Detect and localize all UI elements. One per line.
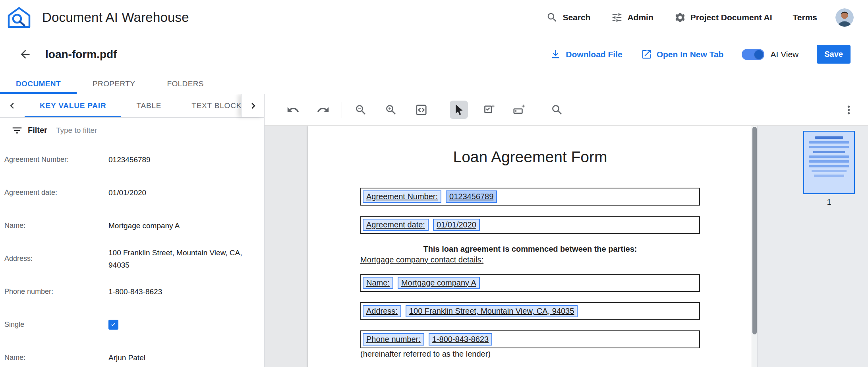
main-tabs: DOCUMENT PROPERTY FOLDERS [0, 74, 868, 94]
zoom-out-button[interactable] [352, 101, 370, 119]
page-thumbnail-panel: 1 [758, 126, 868, 367]
viewer-search-button[interactable] [548, 101, 566, 119]
kv-value: Arjun Patel [108, 351, 256, 364]
gear-icon [674, 12, 686, 23]
avatar-image [835, 8, 854, 27]
bounding-box-button[interactable] [412, 101, 430, 119]
check-icon [109, 320, 118, 329]
entity-value[interactable]: 100 Franklin Street, Mountain View, CA, … [406, 305, 578, 317]
entity-label[interactable]: Agreement Number: [363, 190, 441, 203]
entity-value[interactable]: Mortgage company A [398, 277, 480, 289]
lender-line: (hereinafter referred to as the lender) [360, 350, 700, 359]
kv-key: Phone number: [4, 287, 108, 296]
open-in-new-tab-link[interactable]: Open In New Tab [641, 49, 724, 60]
entity-label[interactable]: Phone number: [363, 333, 424, 346]
select-tool-button[interactable] [450, 101, 468, 119]
back-button[interactable] [16, 45, 34, 64]
nav-project[interactable]: Project Document AI [674, 12, 772, 23]
ai-view-label: AI View [770, 50, 798, 59]
key-value-list: Agreement Number: 0123456789 Agreement d… [0, 143, 264, 367]
form-field-row: Agreement Number: 0123456789 [360, 188, 700, 206]
add-checkbox-tool-button[interactable] [480, 101, 498, 119]
avatar[interactable] [835, 8, 854, 27]
scrollbar-thumb[interactable] [752, 127, 757, 334]
add-text-field-tool-button[interactable] [510, 101, 528, 119]
nav-search[interactable]: Search [546, 12, 590, 23]
save-button[interactable]: Save [817, 45, 851, 64]
app-logo-icon [6, 5, 32, 30]
viewer-body: Loan Agreement Form Agreement Number: 01… [265, 126, 868, 367]
toggle-knob [754, 50, 763, 59]
entity-value[interactable]: 1-800-843-8623 [429, 333, 492, 346]
document-viewer: Loan Agreement Form Agreement Number: 01… [265, 94, 868, 367]
tab-document[interactable]: DOCUMENT [0, 74, 77, 94]
form-field-row: Address: 100 Franklin Street, Mountain V… [360, 302, 700, 320]
kv-key: Name: [4, 221, 108, 230]
open-in-new-tab-label: Open In New Tab [657, 50, 724, 59]
kv-row: Name: Mortgage company A [0, 209, 264, 242]
download-icon [550, 49, 561, 60]
zoom-in-button[interactable] [382, 101, 400, 119]
ai-view-toggle[interactable] [742, 49, 764, 60]
entity-label[interactable]: Agreement date: [363, 219, 429, 231]
document-actions: Download File Open In New Tab AI View Sa… [550, 45, 851, 64]
entity-label[interactable]: Address: [363, 305, 401, 317]
entity-value[interactable]: 0123456789 [446, 190, 497, 203]
search-icon [551, 103, 564, 117]
filter-label: Filter [28, 126, 47, 135]
form-field-row: Agreement date: 01/01/2020 [360, 216, 700, 234]
kv-value: 01/01/2020 [108, 186, 256, 199]
chevron-left-icon [7, 101, 17, 111]
kv-key: Agreement Number: [4, 155, 108, 164]
zoom-out-icon [354, 103, 367, 117]
entity-value[interactable]: 01/01/2020 [433, 219, 480, 231]
contact-heading: Mortgage company contact details: [360, 255, 700, 264]
app-nav: Search Admin Project Document AI Terms [546, 8, 854, 27]
nav-admin[interactable]: Admin [611, 12, 653, 23]
single-checkbox[interactable] [108, 320, 118, 330]
tune-icon [611, 12, 623, 23]
subtabs-scroll-right-button[interactable] [241, 94, 264, 117]
content-area: KEY VALUE PAIR TABLE TEXT BLOCK Filter A… [0, 94, 868, 367]
download-file-link[interactable]: Download File [550, 49, 622, 60]
nav-terms[interactable]: Terms [793, 13, 817, 22]
subtabs-scroll-left-button[interactable] [0, 94, 25, 117]
download-file-label: Download File [566, 50, 622, 59]
more-options-button[interactable] [839, 101, 858, 119]
toolbar-divider [440, 102, 440, 118]
kv-value: 0123456789 [108, 153, 256, 166]
filter-input[interactable] [56, 126, 256, 135]
document-header-bar: loan-form.pdf Download File Open In New … [0, 35, 868, 74]
kv-value: 1-800-843-8623 [108, 285, 256, 298]
subtab-table[interactable]: TABLE [121, 94, 176, 117]
kv-row: Name: Arjun Patel [0, 341, 264, 367]
redo-button[interactable] [314, 101, 332, 119]
extraction-panel: KEY VALUE PAIR TABLE TEXT BLOCK Filter A… [0, 94, 265, 367]
kv-row: Single [0, 308, 264, 341]
kv-row: Agreement Number: 0123456789 [0, 143, 264, 176]
kv-row: Agreement date: 01/01/2020 [0, 176, 264, 209]
kv-key: Single [4, 320, 108, 329]
zoom-in-icon [385, 103, 398, 117]
form-field-row: Name: Mortgage company A [360, 274, 700, 292]
undo-button[interactable] [284, 101, 302, 119]
open-in-new-icon [641, 49, 652, 60]
redo-icon [317, 103, 330, 117]
kv-value: 100 Franklin Street, Mountain View, CA, … [108, 247, 256, 271]
document-filename: loan-form.pdf [45, 48, 117, 61]
kv-key: Agreement date: [4, 188, 108, 197]
parties-line: This loan agreement is commenced between… [360, 245, 700, 254]
entity-label[interactable]: Name: [363, 277, 393, 289]
page-thumbnail-item[interactable]: 1 [803, 131, 855, 207]
viewer-toolbar [265, 94, 868, 126]
tab-folders[interactable]: FOLDERS [151, 74, 220, 94]
pdf-page: Loan Agreement Form Agreement Number: 01… [308, 126, 752, 367]
kv-row: Phone number: 1-800-843-8623 [0, 275, 264, 308]
subtab-key-value-pair[interactable]: KEY VALUE PAIR [25, 94, 121, 117]
form-field-row: Phone number: 1-800-843-8623 [360, 330, 700, 348]
cursor-icon [452, 103, 466, 117]
page-number: 1 [803, 198, 855, 207]
tab-property[interactable]: PROPERTY [77, 74, 151, 94]
add-checkbox-icon [483, 103, 496, 117]
app-bar: Document AI Warehouse Search Admin Proje… [0, 0, 868, 35]
